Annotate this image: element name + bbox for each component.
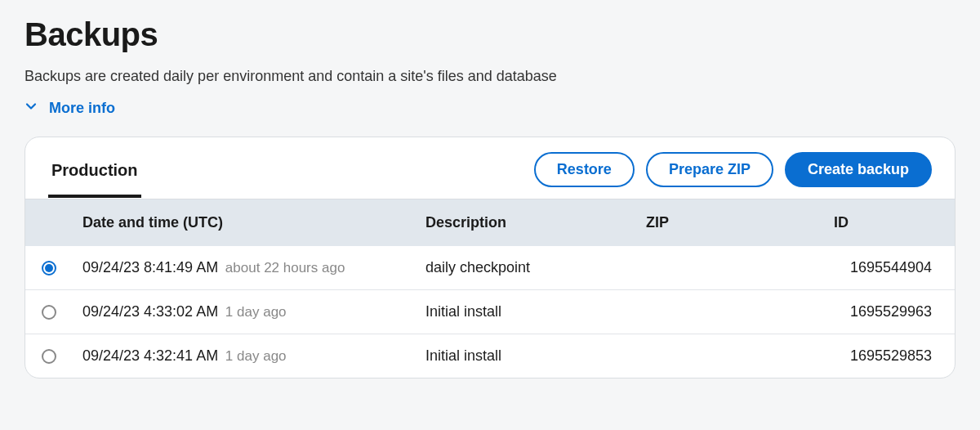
row-datetime-cell: 09/24/23 4:32:41 AM 1 day ago — [73, 334, 416, 378]
row-description: Initial install — [416, 290, 636, 334]
table-header-row: Date and time (UTC) Description ZIP ID — [25, 199, 955, 246]
column-header-select — [25, 199, 73, 246]
backups-table: Date and time (UTC) Description ZIP ID 0… — [25, 199, 955, 378]
row-radio[interactable] — [42, 261, 56, 275]
row-select-cell — [25, 246, 73, 290]
row-description: daily checkpoint — [416, 246, 636, 290]
row-select-cell — [25, 290, 73, 334]
prepare-zip-button[interactable]: Prepare ZIP — [646, 152, 773, 187]
row-datetime: 09/24/23 4:33:02 AM — [82, 303, 218, 320]
row-datetime: 09/24/23 4:32:41 AM — [82, 347, 218, 364]
row-datetime-cell: 09/24/23 4:33:02 AM 1 day ago — [73, 290, 416, 334]
row-relative-time: 1 day ago — [221, 348, 286, 364]
row-datetime-cell: 09/24/23 8:41:49 AM about 22 hours ago — [73, 246, 416, 290]
row-description: Initial install — [416, 334, 636, 378]
actions: Restore Prepare ZIP Create backup — [534, 152, 932, 199]
row-relative-time: 1 day ago — [221, 304, 286, 320]
restore-button[interactable]: Restore — [534, 152, 635, 187]
chevron-down-icon — [24, 100, 38, 117]
row-radio[interactable] — [42, 349, 56, 364]
create-backup-button[interactable]: Create backup — [785, 152, 932, 187]
row-zip — [636, 290, 824, 334]
column-header-date: Date and time (UTC) — [73, 199, 416, 246]
column-header-id: ID — [824, 199, 955, 246]
table-row[interactable]: 09/24/23 4:32:41 AM 1 day agoInitial ins… — [25, 334, 955, 378]
more-info-toggle[interactable]: More info — [24, 100, 115, 117]
row-id: 1695529853 — [824, 334, 955, 378]
row-datetime: 09/24/23 8:41:49 AM — [82, 259, 218, 275]
table-row[interactable]: 09/24/23 8:41:49 AM about 22 hours agoda… — [25, 246, 955, 290]
page-title: Backups — [24, 16, 956, 53]
row-relative-time: about 22 hours ago — [221, 260, 345, 275]
card-header: Production Restore Prepare ZIP Create ba… — [25, 137, 955, 199]
tab-production[interactable]: Production — [48, 153, 141, 198]
backups-card: Production Restore Prepare ZIP Create ba… — [24, 137, 956, 378]
tabs: Production — [48, 153, 141, 198]
page-description: Backups are created daily per environmen… — [24, 68, 956, 85]
table-row[interactable]: 09/24/23 4:33:02 AM 1 day agoInitial ins… — [25, 290, 955, 334]
row-id: 1695529963 — [824, 290, 955, 334]
row-id: 1695544904 — [824, 246, 955, 290]
more-info-label: More info — [49, 100, 115, 117]
row-select-cell — [25, 334, 73, 378]
column-header-zip: ZIP — [636, 199, 824, 246]
row-radio[interactable] — [42, 305, 56, 320]
column-header-description: Description — [416, 199, 636, 246]
row-zip — [636, 246, 824, 290]
row-zip — [636, 334, 824, 378]
